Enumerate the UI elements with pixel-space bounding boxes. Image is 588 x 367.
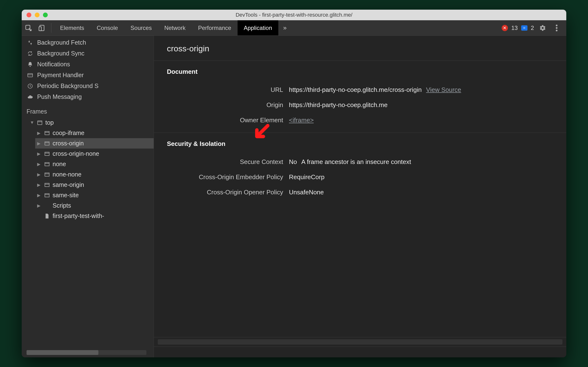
frame-icon xyxy=(44,172,50,177)
sidebar-item-label: Background Sync xyxy=(37,50,84,57)
kv-key: Secure Context xyxy=(154,158,289,166)
svg-rect-23 xyxy=(45,194,49,197)
frame-icon xyxy=(44,162,50,167)
tree-node-top[interactable]: ▼ top xyxy=(28,117,154,128)
panel-body: Background Fetch Background Sync Notific… xyxy=(22,36,566,357)
view-source-link[interactable]: View Source xyxy=(426,86,461,93)
tree-node[interactable]: ▶ same-origin xyxy=(35,180,154,190)
tree-node[interactable]: ▶ same-site xyxy=(35,190,154,200)
tab-performance[interactable]: Performance xyxy=(192,20,237,35)
background-fetch-icon xyxy=(26,40,34,46)
device-toolbar-icon[interactable] xyxy=(35,20,49,35)
sidebar-item-notifications[interactable]: Notifications xyxy=(22,59,154,70)
application-sidebar: Background Fetch Background Sync Notific… xyxy=(22,36,154,357)
inspect-element-icon[interactable] xyxy=(22,20,35,35)
info-badge-icon[interactable]: = xyxy=(521,25,528,31)
tree-node[interactable]: ▶ none-none xyxy=(35,169,154,180)
frame-icon xyxy=(44,130,50,136)
sidebar-item-periodic-sync[interactable]: Periodic Background S xyxy=(22,81,154,92)
chevron-right-icon: ▶ xyxy=(37,203,42,208)
tree-node-label: same-site xyxy=(53,192,79,199)
settings-gear-icon[interactable] xyxy=(537,25,548,31)
frame-icon xyxy=(44,141,50,146)
tree-node-label: Scripts xyxy=(53,202,71,209)
tab-network[interactable]: Network xyxy=(158,20,192,35)
tree-node[interactable]: ▶ none xyxy=(35,159,154,169)
sidebar-item-label: Notifications xyxy=(37,61,70,68)
frame-title: cross-origin xyxy=(154,36,566,60)
tree-node-label: none xyxy=(53,161,66,167)
titlebar: DevTools - first-party-test-with-resourc… xyxy=(22,10,566,20)
kv-key: Cross-Origin Opener Policy xyxy=(154,189,289,196)
kv-row-coep: Cross-Origin Embedder Policy RequireCorp xyxy=(154,169,566,185)
kv-value: https://third-party-no-coep.glitch.me xyxy=(289,101,387,109)
main-horizontal-scrollbar[interactable] xyxy=(154,337,566,347)
info-count: 2 xyxy=(531,25,534,31)
tree-node-label: cross-origin xyxy=(53,140,84,147)
tree-node-file[interactable]: first-party-test-with- xyxy=(35,211,154,221)
svg-point-3 xyxy=(556,25,558,26)
error-count: 13 xyxy=(511,25,518,31)
background-sync-icon xyxy=(26,51,34,56)
tree-node-label: first-party-test-with- xyxy=(53,212,104,219)
sidebar-item-label: Periodic Background S xyxy=(37,83,98,90)
sidebar-item-background-fetch[interactable]: Background Fetch xyxy=(22,37,154,48)
tab-application[interactable]: Application xyxy=(238,20,278,35)
tree-node-scripts[interactable]: ▶ Scripts xyxy=(35,200,154,211)
kv-row-url: URL https://third-party-no-coep.glitch.m… xyxy=(154,82,566,97)
chevron-right-icon: ▶ xyxy=(37,193,42,198)
kv-key: URL xyxy=(154,86,289,93)
scrollbar-track[interactable] xyxy=(158,339,563,345)
kv-value: UnsafeNone xyxy=(289,189,324,196)
tab-console[interactable]: Console xyxy=(91,20,124,35)
tree-node[interactable]: ▶ coop-iframe xyxy=(35,128,154,138)
document-section: Document URL https://third-party-no-coep… xyxy=(154,60,566,133)
kv-row-origin: Origin https://third-party-no-coep.glitc… xyxy=(154,97,566,113)
sidebar-item-push-messaging[interactable]: Push Messaging xyxy=(22,92,154,102)
tab-elements[interactable]: Elements xyxy=(54,20,91,35)
tree-node-label: same-origin xyxy=(53,181,84,188)
sidebar-item-payment-handler[interactable]: Payment Handler xyxy=(22,70,154,81)
owner-element-link[interactable]: <iframe> xyxy=(289,117,314,124)
tree-node[interactable]: ▶ cross-origin-none xyxy=(35,149,154,159)
chevron-right-icon: ▶ xyxy=(37,151,42,157)
tree-children: ▶ coop-iframe ▶ cross-origin ▶ cross-ori… xyxy=(28,128,154,221)
frames-tree: ▼ top ▶ coop-iframe ▶ cross-origin xyxy=(22,117,154,221)
clock-icon xyxy=(26,83,34,89)
tree-node-label: none-none xyxy=(53,171,82,178)
sidebar-horizontal-scrollbar[interactable] xyxy=(26,350,146,355)
cloud-icon xyxy=(26,94,34,100)
tree-node-label: coop-iframe xyxy=(53,129,84,136)
svg-rect-17 xyxy=(45,163,49,166)
kv-row-owner-element: Owner Element <iframe> xyxy=(154,113,566,128)
frame-icon xyxy=(44,182,50,188)
tab-sources[interactable]: Sources xyxy=(124,20,158,35)
tree-node-selected[interactable]: ▶ cross-origin xyxy=(35,138,154,149)
devtools-window: DevTools - first-party-test-with-resourc… xyxy=(22,10,566,357)
chevron-right-icon: ▶ xyxy=(37,162,42,167)
annotation-arrow-icon xyxy=(250,121,272,143)
chevron-right-icon: ▶ xyxy=(37,141,42,146)
kv-value: No xyxy=(289,158,297,166)
chevron-down-icon: ▼ xyxy=(30,120,34,125)
svg-rect-11 xyxy=(45,131,49,135)
sidebar-item-label: Push Messaging xyxy=(37,93,82,100)
svg-rect-19 xyxy=(45,173,49,176)
svg-rect-13 xyxy=(45,142,49,145)
scrollbar-thumb[interactable] xyxy=(26,350,98,355)
sidebar-item-label: Background Fetch xyxy=(37,39,86,46)
file-icon xyxy=(44,213,50,219)
security-isolation-section: Security & Isolation Secure Context No A… xyxy=(154,133,566,205)
chevron-right-icon: ▶ xyxy=(37,130,42,136)
kv-row-secure-context: Secure Context No A frame ancestor is an… xyxy=(154,154,566,169)
kebab-menu-icon[interactable] xyxy=(551,25,562,31)
more-tabs-button[interactable]: » xyxy=(278,24,291,32)
section-heading: Security & Isolation xyxy=(154,140,566,148)
svg-point-5 xyxy=(556,30,558,31)
svg-rect-9 xyxy=(38,121,42,125)
section-heading: Document xyxy=(154,68,566,75)
sidebar-item-background-sync[interactable]: Background Sync xyxy=(22,48,154,59)
error-badge-icon[interactable]: ✕ xyxy=(502,25,508,31)
credit-card-icon xyxy=(26,72,34,78)
tree-node-label: top xyxy=(45,119,54,126)
